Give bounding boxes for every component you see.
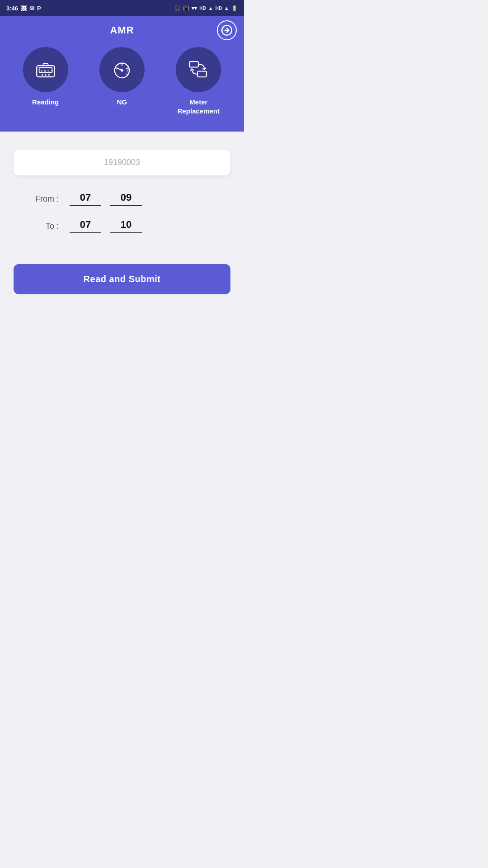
svg-line-15	[127, 70, 129, 71]
to-row: To :	[18, 219, 226, 233]
mail-icon: ✉	[29, 5, 34, 12]
svg-text:0 0 0 0: 0 0 0 0	[41, 69, 53, 72]
to-fields	[70, 219, 142, 233]
svg-rect-18	[190, 61, 199, 67]
reading-label: Reading	[32, 98, 59, 107]
ng-icon	[110, 57, 134, 82]
submit-button[interactable]: Read and Submit	[14, 264, 230, 294]
hd-badge-2: HD	[216, 6, 222, 11]
image-icon: 🖼	[21, 5, 27, 12]
ng-icon-circle	[99, 47, 145, 92]
hd-badge-1: HD	[199, 6, 206, 11]
signal-icon-2: ▲	[224, 5, 229, 11]
to-month-input[interactable]	[70, 219, 101, 233]
main-content: From : To : Read and Submit	[0, 132, 244, 308]
from-year-input[interactable]	[110, 192, 142, 206]
from-month-input[interactable]	[70, 192, 101, 206]
meter-replacement-label: Meter Replacement	[171, 98, 225, 115]
meter-replacement-icon-circle	[176, 47, 221, 92]
headset-icon: 🎧	[174, 5, 181, 11]
svg-rect-8	[43, 64, 48, 66]
meter-replacement-icon	[186, 57, 211, 82]
logout-button[interactable]	[217, 20, 237, 40]
to-label: To :	[18, 222, 59, 231]
signal-icon-1: ▲	[208, 5, 213, 11]
time-display: 3:46	[6, 5, 18, 12]
svg-point-5	[42, 74, 43, 76]
to-year-input[interactable]	[110, 219, 142, 233]
hero-section: AMR 0 0 0 0	[0, 16, 244, 132]
svg-line-17	[126, 74, 128, 75]
hero-top: AMR	[7, 24, 237, 36]
app-title: AMR	[110, 24, 134, 36]
reading-icon-circle: 0 0 0 0	[23, 47, 68, 92]
menu-row: 0 0 0 0 Reading	[7, 47, 237, 115]
search-input[interactable]	[14, 150, 230, 175]
date-section: From : To :	[14, 192, 230, 233]
from-fields	[70, 192, 142, 206]
status-left: 3:46 🖼 ✉ P	[6, 5, 41, 12]
from-label: From :	[18, 194, 59, 204]
svg-point-7	[48, 74, 50, 76]
status-right: 🎧 📳 ▾▾ HD ▲ HD ▲ 🔋	[174, 5, 238, 11]
menu-item-meter-replacement[interactable]: Meter Replacement	[171, 47, 225, 115]
battery-icon: 🔋	[231, 5, 238, 11]
from-row: From :	[18, 192, 226, 206]
logout-icon	[221, 24, 233, 36]
svg-point-14	[121, 69, 123, 71]
parking-icon: P	[37, 5, 41, 12]
svg-rect-19	[198, 71, 207, 77]
svg-point-6	[45, 74, 47, 76]
status-bar: 3:46 🖼 ✉ P 🎧 📳 ▾▾ HD ▲ HD ▲ 🔋	[0, 0, 244, 16]
menu-item-reading[interactable]: 0 0 0 0 Reading	[19, 47, 73, 107]
wifi-icon: ▾▾	[192, 5, 197, 11]
vibrate-icon: 📳	[183, 5, 189, 11]
reading-icon: 0 0 0 0	[33, 57, 58, 82]
ng-label: NG	[117, 98, 127, 107]
svg-line-12	[126, 68, 127, 69]
menu-item-ng[interactable]: NG	[95, 47, 149, 107]
